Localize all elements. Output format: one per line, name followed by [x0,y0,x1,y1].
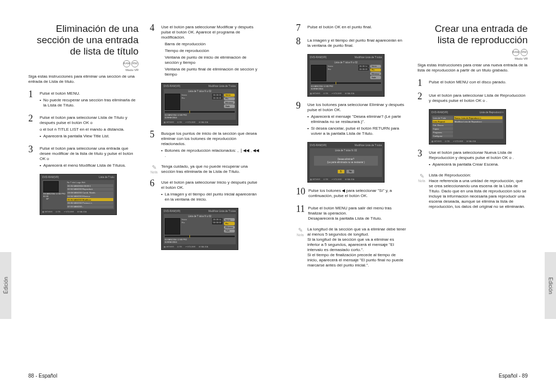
step-text: Use el botón para seleccionar Modificar … [161,25,260,40]
step-text: Pulse el botón para seleccionar una entr… [40,146,138,162]
ss-head-r: Modificar Lista de T tulos [355,56,382,59]
step-sub: Ventana de punto final de eliminación de… [161,67,260,77]
disc-rw-icon: RW [520,49,528,56]
ss-head-l: DVD-RAM(VR) [310,144,326,147]
ss-thumb-caption: 02/JAN/2004 12:00 PR2 02/ENE/2004 [165,114,235,119]
ss-thumb-caption: 02/JAN/2004 12:00 PR2 02/ENE/2004 [165,238,235,243]
pl-step-1: 1 Pulse el botón MENU con el disco parad… [418,78,528,87]
note-text: Tenga cuidado, ya que no puede recuperar… [161,164,260,174]
inicio-value: 00:00:00 [212,94,222,96]
fin-value: 00:00:00 [212,221,222,224]
note-icon: Nota [418,173,426,183]
list-item: 03 03/JAN/200 Camb. Nomb. [67,191,113,194]
confirm-choices: S No [311,170,381,173]
ss-sub: Lista de T tulos N .02 [311,149,381,152]
step-num: 6 [150,179,158,204]
intro-text: Siga estas instrucciones para crear una … [418,63,528,73]
ss-head-r: Modificar Lista de T tulos [208,210,236,213]
screenshot-confirm: DVD-RAM(VR)Modificar Lista de T tulos Li… [307,142,385,183]
step-sub: Barra de reproducción [161,42,260,47]
ss-head-r: Modificar Lista de T tulos [355,144,382,147]
mode-label: Modo VR [28,68,138,73]
intro-text: Siga estas instrucciones para eliminar u… [28,74,138,84]
side-tab-left: Édición [0,252,11,319]
list-item: 05 05/JAN/200 Modificar [67,198,113,201]
step-1: 1 Pulse el botón MENU. No puede recupera… [28,90,138,110]
ss-thumb [165,94,180,110]
step-sub: Tiempo de reproducción [161,48,260,54]
step-num: 1 [28,90,37,110]
step-num: 8 [296,37,304,50]
step-num: 3 [418,149,426,169]
step-3: 3 Pulse el botón para seleccionar una en… [28,145,138,170]
ss-head-l: DVD-RAM(VR) [431,111,448,114]
step-5: 5 Busque los puntos de inicio de la secc… [150,130,260,160]
inicio-value: 00:00:54 [212,218,222,221]
ss-thumb [43,181,59,192]
page-footer-right: Español - 89 [499,373,528,379]
ss-head-r: Lista de Reproducci n [480,111,503,114]
fin-value: 00:00:00 [212,97,222,99]
ss-nav: ▦ MOVER ⊡ OK ↩ VOLVER ⊟ SALIDA [164,121,236,123]
ss-head-l: DVD-RAM(VR) [164,85,180,88]
step-bullet: No puede recuperar una sección tras elim… [40,98,138,108]
list-item: 06 06/JAN/200 Protecci n [67,202,113,205]
step-text: Pulse el botón para seleccionar Lista de… [40,115,138,126]
ss-list-header: No T tulo Largo Edit [67,181,113,184]
list-item: 07 07/JAN/200 - [67,205,113,208]
inicio-label: Inicio [328,65,333,67]
step-num: 1 [418,78,426,87]
timeline [311,82,381,84]
step-text: Pulse el botón MENU para salir del menú … [308,206,406,221]
inicio-label: Inicio [182,94,187,96]
step-10: 10 Pulse los botones ◀ para seleccionar … [296,187,406,200]
section-title-playlist: Crear una entrada de lista de reproducci… [418,23,528,46]
step-bullet: Botones de reproducción relacionados: , … [161,148,260,158]
menu-side: Lista de T tulo Lista Reprod. Ctrl. Disc… [432,116,453,138]
ss-head-l: DVD-RAM(VR) [310,56,326,59]
note-icon: Nota [150,164,158,174]
inicio-label: Inicio [182,218,187,221]
ss-nav: ▦ MOVER ⊡ OK ↩ VOLVER ⊟ SALIDA [42,210,114,213]
ss-sub: Lista de T tulos N o 02 [165,215,235,218]
step-num: 4 [150,23,158,79]
step-text: Pulse el botón MENU con el disco parado. [429,80,528,85]
side-tab-right: Edición [545,252,556,319]
step-sub: Ventana de punto de inicio de eliminació… [161,55,260,65]
step-text: Pulse el botón OK en el punto final. [307,25,406,30]
note-block: Nota La longitud de la sección que va a … [296,227,406,268]
fin-label: Fin [182,221,185,224]
ss-nav: ▦ MOVER ⊡ OK ↩ VOLVER ⊟ SALIDA [310,92,382,95]
list-item: 02 02/JAN/200 Reproducir [67,188,113,191]
screenshot-modify-2: DVD-RAM(VR)Modificar Lista de T tulos Li… [161,208,238,251]
step-text: Pulse el botón MENU. [40,91,138,96]
ss-thumb-caption: 02/JAN/2004 12:00 PR2 02/ENE/2004 [311,85,381,90]
step-2: 2 Pulse el botón para seleccionar Lista … [28,114,138,140]
screenshot-title-list: DVD-RAM(VR)Lista de T tulo 03/JAN/2004 1… [40,174,117,215]
step-bullet: Aparecerá la pantalla Crear Escena. [429,162,528,167]
step-bullet: La imagen y el tiempo del punto inicial … [161,192,260,202]
disc-icons: RAM RW [28,60,138,67]
step-num: 3 [28,145,37,170]
ss-thumb [165,218,180,235]
ss-sub: Lista de T tulos N o 02 [165,90,235,93]
ss-thumb-caption: 03/JAN/2004 12:00 PR2 02:00 SP [43,192,65,200]
pl-step-3: 3 Use el botón para seleccionar Nueva Li… [418,149,528,169]
ss-buttons: Inicio Fin Eliminar Salir [224,218,235,235]
step-8: 8 La imagen y el tiempo del punto final … [296,37,406,50]
disc-ram-icon: RAM [512,49,519,56]
disc-icons: RAM RW [418,49,528,56]
screenshot-playlist-menu: DVD-RAM(VR)Lista de Reproducci n Lista d… [429,109,506,145]
ss-buttons: Inicio Fin Eliminar Salir [370,65,381,81]
ss-head-r: Modificar Lista de T tulos [208,85,236,88]
step-num: 2 [28,114,37,140]
note-block: Nota Tenga cuidado, ya que no puede recu… [150,164,260,174]
timeline [165,111,235,113]
fin-value: 00:00:00 [358,68,369,70]
list-item: 01 01/JAN/2004 00:00:1 [67,184,113,187]
confirm-message: Desea eliminar? (Le parte eliminada no s… [314,156,378,166]
step-num: 7 [296,23,304,32]
fin-label: Fin [328,68,331,70]
step-9: 9 Use los botones para seleccionar Elimi… [296,101,406,138]
pl-step-2: 2 Use el botón para seleccionar Lista de… [418,92,528,105]
